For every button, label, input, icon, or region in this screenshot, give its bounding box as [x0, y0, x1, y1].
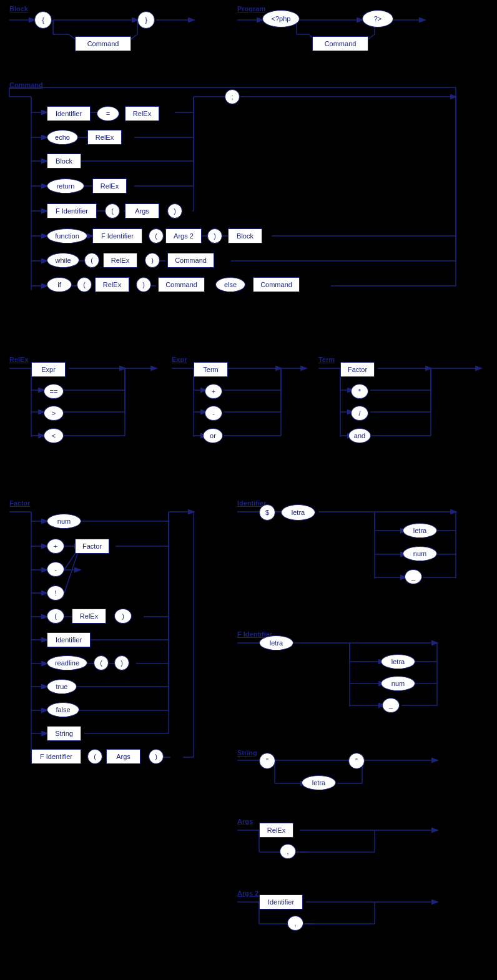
cmd-open-paren1: ( [105, 203, 120, 218]
args2-identifier-box: Identifier [259, 894, 303, 909]
cmd-while-oval: while [47, 253, 79, 268]
term-label: Term [318, 356, 335, 363]
command-label: Command [9, 81, 43, 89]
factor-readline-open: ( [94, 655, 109, 670]
cmd-relex-box1: RelEx [125, 106, 159, 121]
cmd-fidentifier-box: F Identifier [47, 203, 97, 218]
factor-minus-circle: - [47, 562, 64, 577]
cmd-relex-box4: RelEx [103, 253, 137, 268]
factor-num-oval: num [47, 514, 81, 529]
cmd-if-oval: if [47, 277, 72, 292]
cmd-open-paren4: ( [77, 277, 92, 292]
cmd-relex-box3: RelEx [92, 179, 127, 194]
factor-readline-oval: readline [47, 655, 87, 670]
expr-label: Expr [172, 356, 187, 363]
factor-string-box: String [47, 726, 81, 741]
args-label: Args [237, 818, 253, 825]
term-div-circle: / [351, 406, 368, 421]
cmd-relex-box2: RelEx [87, 130, 122, 145]
identifier-letra-loop: letra [403, 523, 437, 538]
args-comma-circle: , [280, 844, 296, 859]
factor-fid-box: F Identifier [31, 749, 81, 764]
expr-term-box: Term [194, 362, 228, 377]
cmd-identifier-box: Identifier [47, 106, 91, 121]
cmd-args-box: Args [125, 203, 159, 218]
factor-factor-box: Factor [75, 539, 109, 554]
cmd-block-box: Block [47, 154, 81, 169]
factor-open-paren: ( [47, 609, 64, 624]
cmd-command-box2: Command [158, 277, 205, 292]
fidentifier-num-loop: num [381, 676, 415, 691]
factor-not-circle: ! [47, 586, 64, 600]
factor-true-oval: true [47, 679, 77, 694]
block-label: Block [9, 5, 28, 12]
cmd-args2-box: Args 2 [165, 228, 202, 243]
cmd-else-oval: else [215, 277, 245, 292]
factor-fid-open: ( [87, 749, 102, 764]
relex-gt-circle: > [44, 406, 64, 421]
cmd-relex-box5: RelEx [95, 277, 129, 292]
factor-false-oval: false [47, 702, 79, 717]
identifier-underscore: _ [405, 569, 422, 584]
factor-relex-box: RelEx [72, 609, 106, 624]
term-and-circle: and [348, 428, 371, 443]
args2-label: Args 2 [237, 889, 258, 897]
string-label: String [237, 749, 257, 757]
cmd-block-box2: Block [228, 228, 262, 243]
identifier-dollar: $ [259, 504, 275, 521]
cmd-open-paren3: ( [84, 253, 99, 268]
program-command-box: Command [312, 36, 368, 51]
cmd-open-paren2: ( [149, 228, 164, 243]
cmd-command-box1: Command [167, 253, 214, 268]
relex-expr-box: Expr [31, 362, 66, 377]
program-phptag-open: <?php [262, 10, 300, 27]
cmd-close-paren3: ) [145, 253, 160, 268]
cmd-equals-oval: = [97, 106, 119, 121]
string-close-quote: " [348, 753, 365, 769]
factor-plus-circle: + [47, 539, 64, 554]
expr-minus-circle: - [205, 406, 222, 421]
identifier-num-loop: num [403, 546, 437, 561]
cmd-echo-oval: echo [47, 130, 78, 145]
command-semicolon: ; [225, 89, 240, 104]
factor-label: Factor [9, 499, 31, 507]
string-letra-oval: letra [302, 775, 336, 790]
factor-identifier-box: Identifier [47, 632, 91, 647]
cmd-command-box3: Command [253, 277, 300, 292]
term-mult-circle: * [351, 384, 368, 399]
program-phptag-close: ?> [362, 10, 393, 27]
factor-fid-args: Args [106, 749, 140, 764]
fidentifier-letra-oval: letra [259, 635, 293, 650]
args-relex-box: RelEx [259, 823, 293, 838]
identifier-letra-oval: letra [281, 504, 315, 521]
term-factor-box: Factor [340, 362, 375, 377]
factor-close-paren: ) [114, 609, 132, 624]
cmd-close-paren4: ) [136, 277, 151, 292]
program-label: Program [237, 5, 265, 12]
fidentifier-underscore: _ [382, 698, 400, 713]
block-command-box: Command [75, 36, 131, 51]
args2-comma-circle: , [287, 916, 303, 931]
cmd-close-paren2: ) [207, 228, 222, 243]
cmd-return-oval: return [47, 179, 84, 194]
relex-lt-circle: < [44, 428, 64, 443]
fidentifier-letra-loop: letra [381, 654, 415, 669]
factor-readline-close: ) [114, 655, 129, 670]
cmd-function-oval: function [47, 228, 87, 243]
block-close-brace: } [137, 11, 155, 29]
factor-fid-close: ) [149, 749, 164, 764]
relex-label: RelEx [9, 356, 29, 363]
string-open-quote: " [259, 753, 275, 769]
cmd-close-paren1: ) [167, 203, 182, 218]
cmd-fidentifier-box2: F Identifier [92, 228, 142, 243]
block-open-brace: { [34, 11, 52, 29]
expr-or-circle: or [203, 428, 223, 443]
expr-plus-circle: + [205, 384, 222, 399]
relex-eq-circle: == [44, 384, 64, 399]
